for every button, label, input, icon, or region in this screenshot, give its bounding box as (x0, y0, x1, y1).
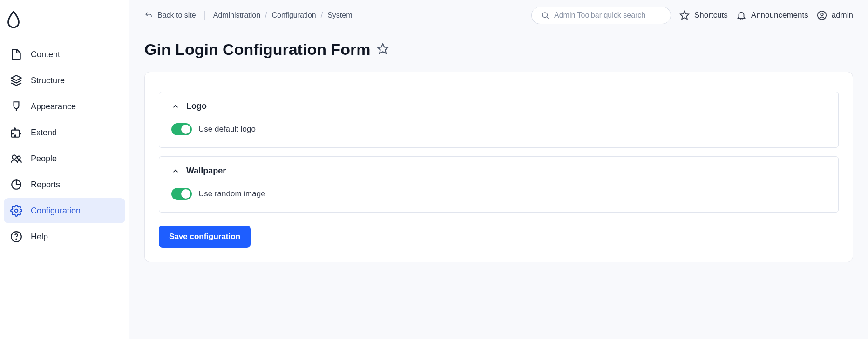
file-icon (10, 48, 22, 60)
svg-point-10 (821, 13, 823, 16)
sidebar-item-help[interactable]: Help (4, 224, 125, 249)
sidebar-item-label: Structure (31, 76, 65, 86)
back-to-site-label: Back to site (157, 11, 196, 20)
svg-point-3 (15, 209, 18, 213)
sidebar-item-people[interactable]: People (4, 146, 125, 171)
toggle-label: Use default logo (198, 125, 256, 134)
breadcrumb-sep: / (321, 11, 323, 20)
fieldset-title: Logo (186, 101, 207, 111)
fieldset-toggle-logo[interactable]: Logo (171, 101, 826, 111)
svg-marker-8 (680, 11, 689, 19)
page-title: Gin Login Configuration Form (144, 40, 370, 59)
sidebar-item-label: Help (31, 232, 48, 242)
sidebar-item-structure[interactable]: Structure (4, 68, 125, 93)
sidebar-item-label: People (31, 154, 57, 164)
breadcrumb: Administration / Configuration / System (213, 11, 353, 20)
svg-marker-0 (11, 75, 21, 80)
main: Back to site Administration / Configurat… (129, 0, 868, 339)
save-configuration-button[interactable]: Save configuration (159, 226, 251, 248)
sidebar-item-label: Configuration (31, 206, 81, 216)
breadcrumb-sep: / (265, 11, 267, 20)
chevron-up-icon (171, 167, 180, 175)
svg-point-1 (12, 155, 16, 159)
breadcrumb-item[interactable]: System (327, 11, 352, 20)
bell-icon (736, 10, 746, 20)
sidebar-item-label: Extend (31, 128, 57, 138)
shortcuts-label: Shortcuts (694, 11, 728, 20)
sidebar-item-reports[interactable]: Reports (4, 172, 125, 197)
fieldset-logo: Logo Use default logo (159, 92, 839, 148)
favorite-toggle[interactable] (377, 43, 389, 57)
puzzle-icon (10, 126, 22, 139)
app-logo[interactable] (0, 10, 129, 42)
toggle-row-default-logo: Use default logo (171, 123, 826, 135)
piechart-icon (10, 179, 22, 191)
shortcuts-link[interactable]: Shortcuts (679, 10, 728, 20)
sidebar: Content Structure Appearance Extend Peop… (0, 0, 129, 339)
sidebar-item-extend[interactable]: Extend (4, 120, 125, 145)
back-arrow-icon (144, 11, 153, 20)
toggle-use-random-image[interactable] (171, 188, 192, 200)
star-icon (679, 10, 690, 20)
fieldset-toggle-wallpaper[interactable]: Wallpaper (171, 166, 826, 176)
divider (204, 11, 205, 20)
fieldset-wallpaper: Wallpaper Use random image (159, 156, 839, 213)
sidebar-item-configuration[interactable]: Configuration (4, 198, 125, 223)
announcements-link[interactable]: Announcements (736, 10, 808, 20)
toggle-use-default-logo[interactable] (171, 123, 192, 135)
people-icon (10, 153, 22, 165)
search-icon (541, 11, 549, 20)
search-input[interactable] (554, 11, 661, 20)
toggle-label: Use random image (198, 189, 265, 199)
sidebar-nav: Content Structure Appearance Extend Peop… (0, 42, 129, 249)
svg-point-2 (17, 156, 20, 160)
chevron-up-icon (171, 102, 180, 111)
page-header: Gin Login Configuration Form (129, 29, 868, 72)
sidebar-item-label: Reports (31, 180, 60, 190)
form-card: Logo Use default logo Wallpaper Use rand… (144, 72, 853, 262)
breadcrumb-item[interactable]: Administration (213, 11, 260, 20)
svg-point-5 (16, 239, 17, 240)
svg-line-7 (547, 17, 548, 18)
sidebar-item-label: Content (31, 50, 60, 60)
sidebar-item-label: Appearance (31, 102, 76, 112)
gear-icon (10, 205, 22, 217)
svg-marker-11 (378, 44, 388, 53)
toggle-row-random-image: Use random image (171, 188, 826, 200)
back-to-site-link[interactable]: Back to site (144, 11, 196, 20)
layers-icon (10, 74, 22, 86)
help-icon (10, 231, 22, 243)
sidebar-item-appearance[interactable]: Appearance (4, 94, 125, 119)
svg-point-6 (542, 13, 548, 18)
user-menu[interactable]: admin (817, 10, 853, 20)
user-label: admin (832, 11, 853, 20)
search-wrap[interactable] (531, 7, 671, 24)
breadcrumb-item[interactable]: Configuration (272, 11, 316, 20)
sidebar-item-content[interactable]: Content (4, 42, 125, 67)
announcements-label: Announcements (751, 11, 808, 20)
fieldset-title: Wallpaper (186, 166, 226, 176)
star-outline-icon (377, 43, 389, 55)
brush-icon (10, 100, 22, 113)
topbar: Back to site Administration / Configurat… (129, 0, 868, 29)
user-icon (817, 10, 827, 20)
